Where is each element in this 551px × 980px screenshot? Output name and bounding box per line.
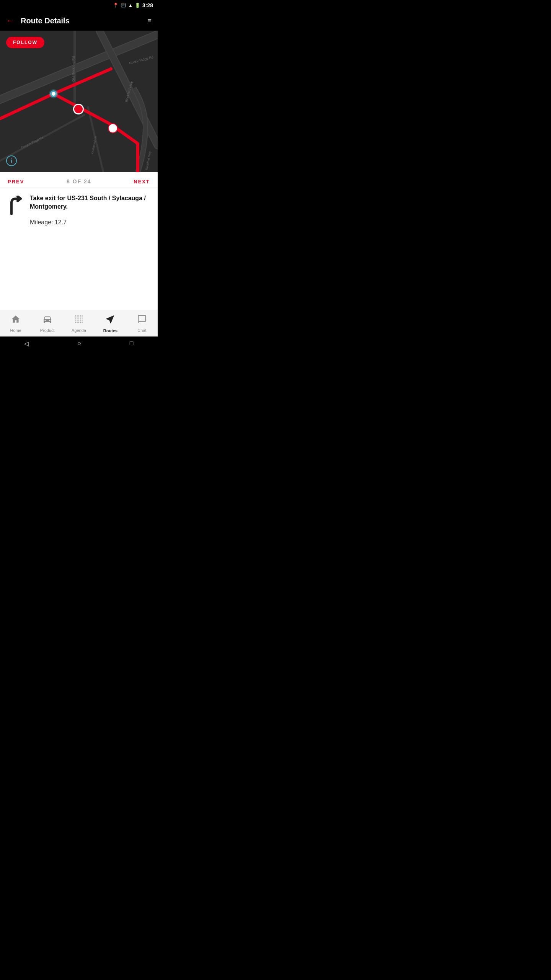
svg-point-16 — [52, 92, 55, 96]
info-icon[interactable]: i — [6, 155, 17, 166]
page-title: Route Details — [21, 16, 147, 25]
status-bar: 📍 📳 ▲ 🔋 3:28 — [0, 0, 158, 11]
follow-button[interactable]: FOLLOW — [6, 37, 44, 48]
svg-point-19 — [108, 124, 117, 133]
step-count: 8 OF 24 — [67, 178, 91, 185]
home-icon — [11, 314, 21, 327]
nav-label-product: Product — [40, 328, 55, 333]
map-svg: Old Rockford Rd Rockford Hwy Rocky Ridge… — [0, 31, 158, 172]
nav-label-home: Home — [10, 328, 21, 333]
prev-button[interactable]: PREV — [8, 179, 24, 185]
back-button[interactable]: ← — [6, 16, 15, 26]
android-back-button[interactable]: ◁ — [24, 340, 29, 347]
bottom-navigation: Home Product Agenda Routes — [0, 310, 158, 336]
nav-item-agenda[interactable]: Agenda — [63, 310, 95, 336]
nav-label-agenda: Agenda — [72, 328, 86, 333]
svg-text:Old Rockford Rd: Old Rockford Rd — [72, 56, 75, 82]
menu-button[interactable]: ≡ — [147, 17, 152, 25]
nav-item-product[interactable]: Product — [31, 310, 63, 336]
nav-item-home[interactable]: Home — [0, 310, 31, 336]
direction-arrow-icon — [8, 196, 24, 218]
map-view: Old Rockford Rd Rockford Hwy Rocky Ridge… — [0, 31, 158, 172]
location-icon: 📍 — [113, 3, 119, 8]
header: ← Route Details ≡ — [0, 11, 158, 31]
signal-icon: ▲ — [128, 3, 133, 8]
battery-icon: 🔋 — [135, 3, 140, 8]
product-icon — [42, 314, 52, 327]
nav-label-routes: Routes — [103, 328, 117, 333]
status-time: 3:28 — [142, 2, 153, 8]
nav-item-routes[interactable]: Routes — [95, 310, 126, 336]
direction-text: Take exit for US-231 South / Sylacauga /… — [30, 194, 150, 226]
step-navigation: PREV 8 OF 24 NEXT — [0, 172, 158, 188]
info-icon-label: i — [11, 158, 12, 164]
android-home-button[interactable]: ○ — [77, 340, 81, 347]
chat-icon — [137, 314, 147, 327]
android-recents-button[interactable]: □ — [130, 340, 134, 347]
nav-item-chat[interactable]: Chat — [126, 310, 158, 336]
direction-mileage: Mileage: 12.7 — [30, 219, 150, 226]
svg-point-18 — [74, 105, 83, 113]
direction-panel: Take exit for US-231 South / Sylacauga /… — [0, 188, 158, 232]
content-area: Take exit for US-231 South / Sylacauga /… — [0, 188, 158, 325]
nav-label-chat: Chat — [137, 328, 146, 333]
agenda-icon — [74, 314, 84, 327]
next-button[interactable]: NEXT — [134, 179, 150, 185]
status-icons: 📍 📳 ▲ 🔋 3:28 — [113, 2, 153, 8]
routes-icon — [105, 314, 116, 327]
android-nav-bar: ◁ ○ □ — [0, 336, 158, 350]
direction-instruction: Take exit for US-231 South / Sylacauga /… — [30, 194, 150, 211]
vibrate-icon: 📳 — [121, 3, 126, 8]
